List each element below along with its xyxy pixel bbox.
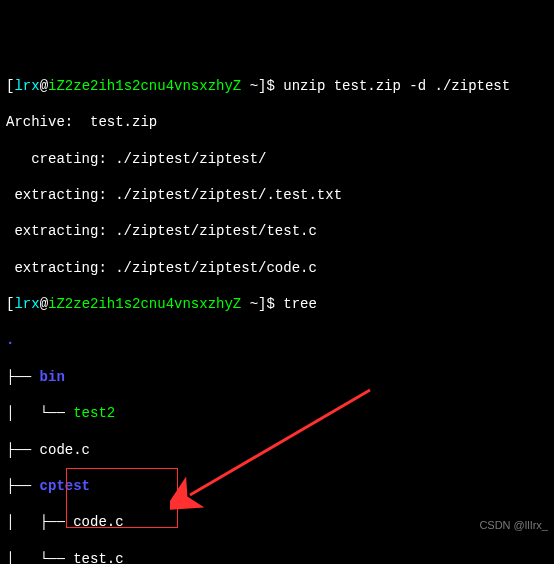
prompt-line-1: [lrx@iZ2ze2ih1s2cnu4vnsxzhyZ ~]$ unzip t… <box>6 77 548 95</box>
tree-test2: │ └── test2 <box>6 404 548 422</box>
tree-cptest: ├── cptest <box>6 477 548 495</box>
tree-codec: ├── code.c <box>6 441 548 459</box>
unzip-out-2: extracting: ./ziptest/ziptest/.test.txt <box>6 186 548 204</box>
unzip-out-1: creating: ./ziptest/ziptest/ <box>6 150 548 168</box>
command-tree[interactable]: tree <box>283 296 317 312</box>
tree-root: . <box>6 331 548 349</box>
tree-cp-codec: │ ├── code.c <box>6 513 548 531</box>
watermark: CSDN @llIrx_ <box>479 518 548 532</box>
prompt-line-2: [lrx@iZ2ze2ih1s2cnu4vnsxzhyZ ~]$ tree <box>6 295 548 313</box>
unzip-archive: Archive: test.zip <box>6 113 548 131</box>
unzip-out-3: extracting: ./ziptest/ziptest/test.c <box>6 222 548 240</box>
tree-cp-testc: │ └── test.c <box>6 550 548 564</box>
command-unzip[interactable]: unzip test.zip -d ./ziptest <box>283 78 510 94</box>
unzip-out-4: extracting: ./ziptest/ziptest/code.c <box>6 259 548 277</box>
tree-bin: ├── bin <box>6 368 548 386</box>
